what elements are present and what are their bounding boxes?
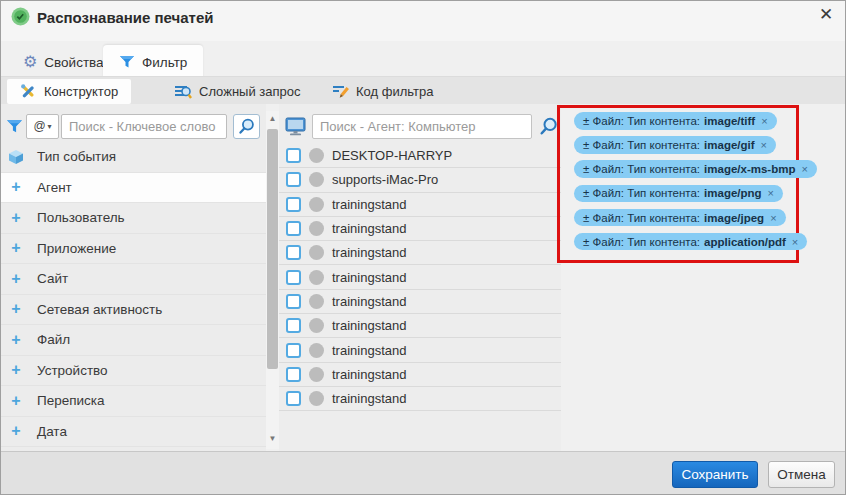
tag-remove-icon[interactable]: × [768,187,774,199]
expand-plus-icon[interactable]: + [1,301,31,317]
subtab-constructor[interactable]: Конструктор [7,79,131,104]
agent-status-dot [309,318,324,333]
expand-plus-icon[interactable]: + [1,332,31,348]
tag-prefix: ± Файл: Тип контента: [583,236,700,248]
search-icon [238,118,255,135]
agent-row[interactable]: trainingstand [279,265,561,289]
keyword-search-button[interactable] [233,114,260,139]
filter-tag[interactable]: ± Файл: Тип контента: image/x-ms-bmp × [574,160,817,178]
sidebar-item-file[interactable]: + Файл [1,325,266,356]
scroll-up-icon[interactable]: ▲ [266,113,279,125]
subtab-complex-query[interactable]: Сложный запрос [161,79,314,104]
subtab-filter-code[interactable]: Код фильтра [319,79,446,104]
expand-plus-icon[interactable]: + [1,423,31,439]
gear-icon: ⚙ [23,54,37,70]
agent-row[interactable]: trainingstand [279,363,561,387]
agent-row[interactable]: trainingstand [279,338,561,362]
agent-row[interactable]: trainingstand [279,290,561,314]
cancel-button[interactable]: Отмена [768,461,835,488]
agent-row[interactable]: trainingstand [279,217,561,241]
sidebar-item-label: Приложение [37,241,116,256]
title-bar: Распознавание печатей ✕ [1,1,845,41]
tag-remove-icon[interactable]: × [770,212,776,224]
agent-search-input[interactable] [312,114,532,139]
scrollbar-thumb[interactable] [267,129,278,369]
agent-row[interactable]: trainingstand [279,314,561,338]
agent-status-dot [309,221,324,236]
agent-name: trainingstand [332,318,406,333]
agent-checkbox[interactable] [286,294,301,309]
agent-checkbox[interactable] [286,197,301,212]
expand-plus-icon[interactable]: + [1,393,31,409]
expand-plus-icon[interactable]: + [1,362,31,378]
agent-row[interactable]: DESKTOP-HARRYP [279,144,561,168]
agent-checkbox[interactable] [286,245,301,260]
agent-name: trainingstand [332,270,406,285]
agent-row[interactable]: trainingstand [279,193,561,217]
agent-checkbox[interactable] [286,318,301,333]
tag-prefix: ± Файл: Тип контента: [583,163,700,175]
agent-name: trainingstand [332,343,406,358]
at-selector-label: @ [33,119,45,133]
agent-list: DESKTOP-HARRYP supports-iMac-Pro trainin… [279,144,561,411]
agent-checkbox[interactable] [286,343,301,358]
at-selector-dropdown[interactable]: @ ▾ [26,114,59,139]
query-magnifier-icon [174,83,192,100]
tools-icon [20,83,37,100]
computer-icon [285,117,306,136]
agent-checkbox[interactable] [286,270,301,285]
agent-checkbox[interactable] [286,148,301,163]
tag-remove-icon[interactable]: × [761,139,767,151]
close-icon[interactable]: ✕ [816,4,836,25]
sidebar-item-network-activity[interactable]: + Сетевая активность [1,295,266,326]
expand-plus-icon[interactable]: + [1,179,31,195]
agent-row[interactable]: trainingstand [279,387,561,411]
expand-plus-icon[interactable]: + [1,240,31,256]
sidebar-item-label: Сетевая активность [37,302,162,317]
save-button[interactable]: Сохранить [672,461,758,488]
sidebar-item-device[interactable]: + Устройство [1,356,266,387]
filter-tag[interactable]: ± Файл: Тип контента: image/tiff × [574,112,777,130]
keyword-funnel-icon [6,118,23,135]
tag-remove-icon[interactable]: × [792,236,798,248]
agent-checkbox[interactable] [286,391,301,406]
keyword-search-input[interactable] [61,114,227,139]
expand-plus-icon[interactable]: + [1,210,31,226]
agent-status-dot [309,391,324,406]
tag-prefix: ± Файл: Тип контента: [583,212,700,224]
agent-computer-panel: DESKTOP-HARRYP supports-iMac-Pro trainin… [279,104,561,453]
sidebar-item-event-type[interactable]: Тип события [1,142,266,173]
agent-search-button[interactable] [536,114,560,138]
filter-tag[interactable]: ± Файл: Тип контента: image/jpeg × [574,209,786,227]
agent-row[interactable]: trainingstand [279,241,561,265]
sidebar-item-user[interactable]: + Пользователь [1,203,266,234]
sidebar-item-label: Агент [37,180,72,195]
agent-name: trainingstand [332,391,406,406]
tab-filter[interactable]: Фильтр [103,45,203,79]
search-icon [539,117,558,136]
vertical-scrollbar[interactable]: ▲ ▼ [266,111,279,449]
sidebar-item-site[interactable]: + Сайт [1,264,266,295]
agent-checkbox[interactable] [286,172,301,187]
scroll-down-icon[interactable]: ▼ [266,433,279,445]
agent-checkbox[interactable] [286,367,301,382]
seal-icon [11,7,30,26]
sidebar-item-date[interactable]: + Дата [1,417,266,448]
sidebar-item-label: Файл [37,332,70,347]
agent-status-dot [309,270,324,285]
expand-plus-icon[interactable]: + [1,271,31,287]
agent-name: trainingstand [332,367,406,382]
tag-value: image/x-ms-bmp [704,163,795,175]
tag-remove-icon[interactable]: × [801,163,807,175]
filter-tag[interactable]: ± Файл: Тип контента: image/png × [574,185,783,203]
agent-checkbox[interactable] [286,221,301,236]
agent-status-dot [309,294,324,309]
sidebar-item-correspondence[interactable]: + Переписка [1,386,266,417]
filter-tag[interactable]: ± Файл: Тип контента: application/pdf × [574,233,807,251]
sidebar-item-application[interactable]: + Приложение [1,234,266,265]
agent-row[interactable]: supports-iMac-Pro [279,168,561,192]
filter-tag[interactable]: ± Файл: Тип контента: image/gif × [574,136,776,154]
tab-filter-label: Фильтр [142,55,187,70]
sidebar-item-agent[interactable]: + Агент [1,173,266,204]
tag-remove-icon[interactable]: × [761,115,767,127]
